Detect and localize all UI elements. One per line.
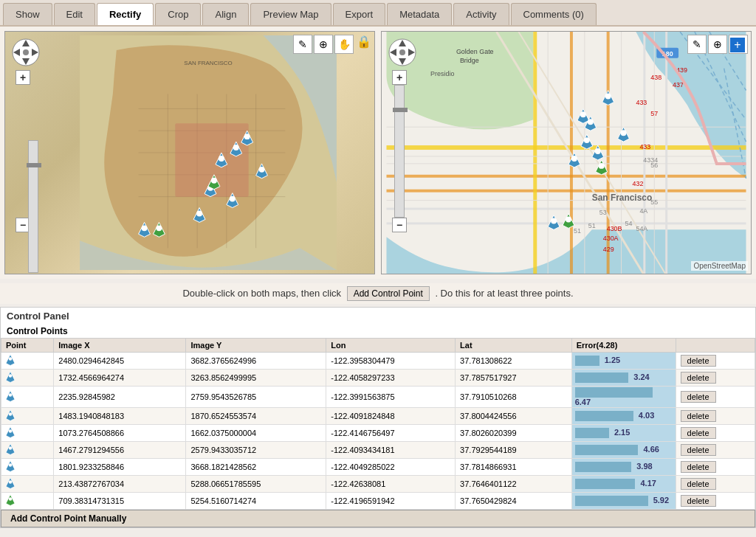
tab-metadata[interactable]: Metadata xyxy=(387,3,452,25)
svg-text:54A: 54A xyxy=(636,225,647,232)
historic-map-canvas[interactable]: + − ✎ ⊕ ✋ 🔒 xyxy=(5,32,374,274)
pencil-tool-left[interactable]: ✎ xyxy=(293,35,312,54)
tab-comments[interactable]: Comments (0) xyxy=(511,3,597,25)
delete-cell: delete xyxy=(676,493,755,510)
delete-cell: delete xyxy=(676,353,755,370)
control-panel-header: Control Panel xyxy=(1,308,755,325)
pan-arrows-right-icon xyxy=(388,38,417,67)
delete-button[interactable]: delete xyxy=(681,444,716,456)
tab-edit[interactable]: Edit xyxy=(54,3,95,25)
osm-attribution: OpenStreetMap xyxy=(691,261,748,271)
error-value: 5.92 xyxy=(571,493,676,510)
pan-tool-left[interactable]: ✋ xyxy=(334,35,354,54)
lat-value: 37.8026020399 xyxy=(456,425,572,442)
delete-button[interactable]: delete xyxy=(681,410,716,422)
crosshair-tool-right[interactable]: ⊕ xyxy=(708,35,727,54)
delete-button[interactable]: delete xyxy=(681,355,716,367)
svg-point-129 xyxy=(9,480,13,484)
map-add-button[interactable]: + xyxy=(730,38,745,52)
add-control-point-manually-button[interactable]: Add Control Point Manually xyxy=(1,510,755,527)
svg-text:Presidio: Presidio xyxy=(430,70,454,77)
zoom-in-left[interactable]: + xyxy=(16,70,30,85)
svg-rect-42 xyxy=(386,208,746,210)
delete-cell: delete xyxy=(676,459,755,476)
svg-text:432: 432 xyxy=(632,180,643,187)
lon-value: -122.4049285022 xyxy=(326,459,456,476)
tab-rectify[interactable]: Rectify xyxy=(97,3,154,25)
maps-row: + − ✎ ⊕ ✋ 🔒 xyxy=(0,27,756,279)
point-marker xyxy=(1,387,54,408)
instruction-prefix: Double-click on both maps, then click xyxy=(182,288,341,299)
image-y-value: 1662.0375000004 xyxy=(186,425,326,442)
pan-control-right[interactable] xyxy=(388,38,417,67)
svg-point-28 xyxy=(196,211,202,217)
image-x-value: 2480.0294642845 xyxy=(54,353,186,370)
table-row: 2235.92845982 2759.9543526785 -122.39915… xyxy=(1,387,755,408)
svg-text:437: 437 xyxy=(673,81,684,89)
svg-rect-48 xyxy=(665,32,667,274)
svg-point-30 xyxy=(233,145,239,150)
svg-point-113 xyxy=(399,49,405,55)
tab-show[interactable]: Show xyxy=(3,3,52,25)
delete-button[interactable]: delete xyxy=(681,391,716,403)
svg-point-127 xyxy=(9,463,13,467)
svg-text:430B: 430B xyxy=(607,225,622,232)
zoom-out-right[interactable]: − xyxy=(392,218,407,232)
svg-point-115 xyxy=(9,357,13,361)
image-y-value: 5254.5160714274 xyxy=(186,493,326,510)
delete-button[interactable]: delete xyxy=(681,372,716,384)
image-y-value: 3263.8562499995 xyxy=(186,370,326,387)
delete-button[interactable]: delete xyxy=(681,495,716,507)
point-marker xyxy=(1,476,54,493)
svg-point-99 xyxy=(584,137,590,143)
svg-point-123 xyxy=(9,429,13,433)
svg-text:433: 433 xyxy=(639,143,650,150)
lon-value: -122.42638081 xyxy=(326,476,456,493)
table-row: 1483.1940848183 1870.6524553574 -122.409… xyxy=(1,408,755,425)
pan-arrows-icon[interactable] xyxy=(11,38,41,67)
delete-button[interactable]: delete xyxy=(681,427,716,439)
modern-map-panel[interactable]: 180 439 438 437 433 57 433 4334 56 432 5… xyxy=(381,31,752,274)
image-y-value: 3682.3765624996 xyxy=(186,353,326,370)
svg-text:Golden Gate: Golden Gate xyxy=(456,48,494,55)
lon-value: -122.4093434181 xyxy=(326,442,456,459)
delete-button[interactable]: delete xyxy=(681,478,716,490)
delete-cell: delete xyxy=(676,387,755,408)
svg-text:438: 438 xyxy=(650,74,662,81)
svg-point-95 xyxy=(595,148,601,154)
left-map-toolbar: ✎ ⊕ ✋ 🔒 xyxy=(293,35,371,54)
tab-export[interactable]: Export xyxy=(333,3,386,25)
tab-activity[interactable]: Activity xyxy=(453,3,509,25)
point-marker xyxy=(1,425,54,442)
point-marker xyxy=(1,353,54,370)
svg-text:56: 56 xyxy=(650,162,658,169)
add-control-point-button[interactable]: Add Control Point xyxy=(347,286,430,301)
control-points-header: Control Points xyxy=(1,325,755,338)
svg-text:4A: 4A xyxy=(639,207,647,215)
tab-preview-map[interactable]: Preview Map xyxy=(250,3,331,25)
svg-point-97 xyxy=(571,156,577,162)
image-x-value: 213.43872767034 xyxy=(54,476,186,493)
point-marker xyxy=(1,370,54,387)
image-x-value: 1467.2791294556 xyxy=(54,442,186,459)
pencil-tool-right[interactable]: ✎ xyxy=(687,35,707,54)
zoom-in-right[interactable]: + xyxy=(392,70,407,85)
svg-text:430A: 430A xyxy=(603,235,619,242)
instruction-suffix: . Do this for at least three points. xyxy=(435,288,573,299)
crosshair-tool-left[interactable]: ⊕ xyxy=(314,35,333,54)
tab-crop[interactable]: Crop xyxy=(155,3,201,25)
col-image-x: Image X xyxy=(54,339,186,353)
modern-map-canvas[interactable]: 180 439 438 437 433 57 433 4334 56 432 5… xyxy=(382,32,751,274)
svg-point-32 xyxy=(142,225,148,231)
svg-rect-40 xyxy=(386,175,746,178)
point-marker xyxy=(1,442,54,459)
historic-map-panel[interactable]: + − ✎ ⊕ ✋ 🔒 xyxy=(4,31,375,274)
svg-point-26 xyxy=(230,196,236,202)
image-y-value: 5288.06651785595 xyxy=(186,476,326,493)
col-error: Error(4.28) xyxy=(571,339,676,353)
pan-control-left[interactable] xyxy=(11,38,41,67)
instruction-bar: Double-click on both maps, then click Ad… xyxy=(0,283,756,304)
lat-value: 37.7929544189 xyxy=(456,442,572,459)
tab-align[interactable]: Align xyxy=(202,3,249,25)
delete-button[interactable]: delete xyxy=(681,461,716,473)
